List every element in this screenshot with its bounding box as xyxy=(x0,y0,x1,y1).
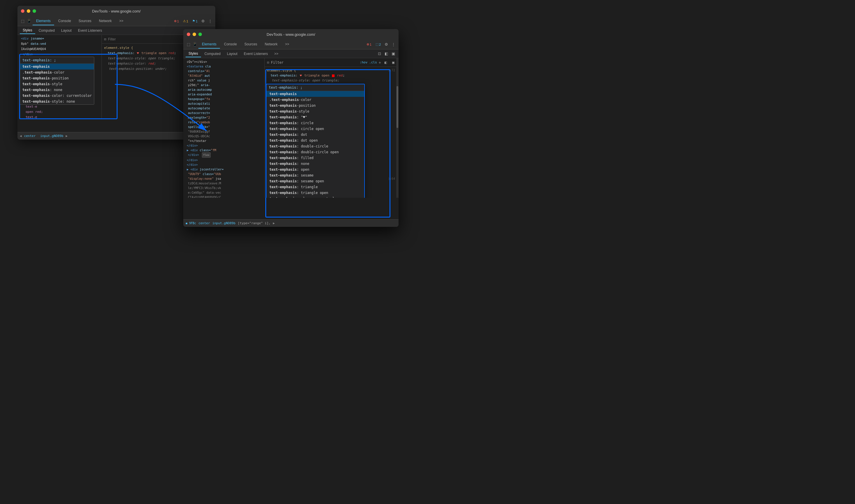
front-html-line: spellcheck=" xyxy=(184,125,263,129)
front-add-rule-btn[interactable]: + xyxy=(379,60,381,65)
front-styles-tab-styles[interactable]: Styles xyxy=(185,50,201,57)
back-styles-tab-styles[interactable]: Styles xyxy=(20,27,35,34)
front-ac-item-none[interactable]: text-emphasis: none xyxy=(266,161,364,167)
front-styles-tabs: Styles Computed Layout Event Listeners >… xyxy=(183,50,398,58)
front-scrollbar-thumb[interactable] xyxy=(396,86,398,128)
front-panel-btn1[interactable]: ◧ xyxy=(383,60,389,66)
front-ac-item-color[interactable]: .text-emphasis-color xyxy=(266,97,364,103)
back-breadcrumb-center[interactable]: center xyxy=(24,134,36,138)
back-error-yellow: ⚠ 1 xyxy=(181,19,190,23)
back-breadcrumb-input[interactable]: input.gNO89b xyxy=(40,134,63,138)
front-ac-item-triangle[interactable]: text-emphasis: triangle xyxy=(266,184,364,190)
front-styles-tab-event[interactable]: Event Listeners xyxy=(241,51,271,57)
front-ac-item-triangle-open[interactable]: text-emphasis: triangle open xyxy=(266,190,364,196)
front-ac-item-circle[interactable]: text-emphasis: circle xyxy=(266,120,364,126)
front-html-line: "Alh6id" aut xyxy=(184,73,263,78)
front-device-icon[interactable]: 📱 xyxy=(192,41,198,48)
back-filter-input[interactable] xyxy=(108,37,190,41)
front-css-subprop-style: text-emphasis-style: open triangle; xyxy=(267,78,396,83)
front-html-line: </div> xyxy=(184,143,263,148)
front-ac-item-double-circle-open[interactable]: text-emphasis: double-circle open xyxy=(266,149,364,155)
front-tab-network[interactable]: Network xyxy=(261,40,281,49)
front-minimize-button[interactable] xyxy=(193,33,196,36)
front-nav-right[interactable]: ▶ xyxy=(273,221,275,225)
front-tab-console[interactable]: Console xyxy=(220,40,240,49)
back-more-icon[interactable]: ⋮ xyxy=(207,18,213,24)
front-error-blue: ⬚ 2 xyxy=(374,42,382,47)
front-filter-icon[interactable]: ⊡ xyxy=(376,51,382,57)
maximize-button[interactable] xyxy=(33,9,36,13)
back-tab-more[interactable]: >> xyxy=(116,17,127,25)
back-titlebar: DevTools - www.google.com/ xyxy=(17,6,215,16)
front-ac-item-double-circle[interactable]: text-emphasis: double-circle xyxy=(266,143,364,149)
front-styles-panel: ⊡ Filter :hov .cls + ◧ ▣ element.style {… xyxy=(265,58,398,198)
front-ac-item-position[interactable]: text-emphasis-position xyxy=(266,103,364,108)
front-ac-item-open[interactable]: text-emphasis: open xyxy=(266,167,364,173)
front-devtools-tabs: ⬚ 📱 Elements Console Sources Network >> … xyxy=(183,39,398,50)
back-nav-right[interactable]: ▶ xyxy=(66,134,68,138)
front-ac-item-circle-open[interactable]: text-emphasis: circle open xyxy=(266,126,364,132)
front-filter-bar: ⊡ Filter :hov .cls + ◧ ▣ xyxy=(265,58,398,67)
html-line: IAxUqWUEAHQU4 xyxy=(19,47,100,52)
front-settings-icon[interactable]: ⚙ xyxy=(384,41,389,48)
front-ac-item-dot[interactable]: text-emphasis: dot xyxy=(266,132,364,138)
front-element-selector-icon[interactable]: ⬚ xyxy=(185,41,192,48)
html-line: text-e xyxy=(19,104,100,109)
front-ac-item-dot-open[interactable]: text-emphasis: dot open xyxy=(266,138,364,143)
front-tab-sources[interactable]: Sources xyxy=(241,40,261,49)
back-nav-left[interactable]: ◀ xyxy=(20,134,22,138)
front-breadcrumb-center[interactable]: center xyxy=(198,221,210,225)
html-line: </div> xyxy=(19,52,100,57)
back-styles-tab-computed[interactable]: Computed xyxy=(36,27,58,34)
minimize-button[interactable] xyxy=(27,9,30,13)
front-html-panel: cQv"></div> <textarea cla controls="Al "… xyxy=(183,58,265,198)
front-styles-tab-computed[interactable]: Computed xyxy=(201,51,224,57)
front-html-line: </div> xyxy=(184,158,263,162)
back-styles-tab-layout[interactable]: Layout xyxy=(58,27,74,34)
html-line: <div jsname= xyxy=(19,36,100,41)
back-device-icon[interactable]: 📱 xyxy=(26,18,32,24)
front-filter-funnel-icon: ⊡ xyxy=(267,60,269,65)
back-tab-sources[interactable]: Sources xyxy=(75,17,95,25)
front-ac-item-sesame-open[interactable]: text-emphasis: sesame open xyxy=(266,178,364,184)
back-settings-icon[interactable]: ⚙ xyxy=(200,18,206,24)
front-html-line: autocorrect= xyxy=(184,110,263,115)
back-error-blue: ⚑ 1 xyxy=(191,19,199,23)
front-panel-icon[interactable]: ▣ xyxy=(390,51,396,57)
front-css-selector: element.style { xyxy=(267,68,396,73)
front-ac-item-text-emphasis[interactable]: text-emphasis xyxy=(266,91,364,97)
back-element-selector-icon[interactable]: ⬚ xyxy=(20,18,25,24)
front-tab-elements[interactable]: Elements xyxy=(198,40,220,49)
close-button[interactable] xyxy=(21,9,24,13)
back-tab-console[interactable]: Console xyxy=(55,17,74,25)
front-cls-btn[interactable]: .cls xyxy=(369,60,377,64)
front-styles-tab-chevron[interactable]: >> xyxy=(271,51,281,57)
back-tab-elements[interactable]: Elements xyxy=(33,17,54,25)
front-ac-item-style[interactable]: text-emphasis-style xyxy=(266,108,364,114)
back-devtools-tabs: ⬚ 📱 Elements Console Sources Network >> … xyxy=(17,16,215,26)
front-panel-btn2[interactable]: ▣ xyxy=(390,60,396,66)
front-html-line: VOGcQS-UDCAc xyxy=(184,134,263,139)
front-breadcrumb-input[interactable]: input.gNO89b xyxy=(212,221,235,225)
front-autocomplete[interactable]: text-emphasis: ; text-emphasis .text-emp… xyxy=(266,84,365,198)
front-shadow-icon[interactable]: ◧ xyxy=(384,51,389,57)
front-hov-btn[interactable]: :hov xyxy=(360,60,368,64)
front-ac-item-color-current[interactable]: text-emphasis-color: currentcolor xyxy=(266,196,364,198)
back-tab-network[interactable]: Network xyxy=(95,17,115,25)
front-maximize-button[interactable] xyxy=(198,33,202,36)
front-scrollbar[interactable] xyxy=(396,58,398,198)
html-line: text-e xyxy=(19,114,100,119)
front-styles-tab-layout[interactable]: Layout xyxy=(224,51,240,57)
front-close-button[interactable] xyxy=(187,33,190,36)
front-ac-item-heart[interactable]: text-emphasis: "♥" xyxy=(266,114,364,120)
front-ac-item-sesame[interactable]: text-emphasis: sesame xyxy=(266,173,364,178)
front-ac-item-filled[interactable]: text-emphasis: filled xyxy=(266,155,364,161)
front-line-num-1: ):72 xyxy=(388,69,395,72)
back-styles-tab-event[interactable]: Event Listeners xyxy=(75,27,105,34)
front-tab-more[interactable]: >> xyxy=(282,40,293,49)
front-more-icon[interactable]: ⋮ xyxy=(390,41,396,48)
front-hash: ◼ 9FBc xyxy=(185,222,196,225)
front-window-title: DevTools - www.google.com/ xyxy=(267,32,315,37)
front-css-prop-emphasis[interactable]: text-emphasis: triangle open red; xyxy=(267,73,396,78)
front-html-line: maxlength="2 xyxy=(184,115,263,120)
